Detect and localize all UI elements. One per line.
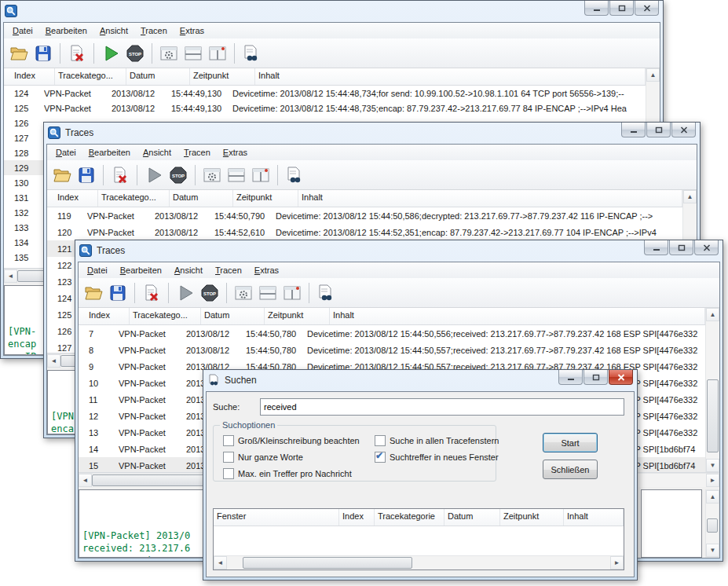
open-file-button[interactable] [83, 283, 104, 303]
minimize-button[interactable] [644, 240, 668, 255]
search-traces-button[interactable] [284, 165, 305, 185]
titlebar[interactable]: Suchen [203, 370, 637, 390]
save-button[interactable] [76, 165, 97, 185]
menu-item[interactable]: Ansicht [94, 24, 134, 37]
close-button[interactable] [609, 370, 633, 385]
start-trace-button[interactable] [144, 165, 164, 185]
column-header[interactable]: Index [47, 190, 98, 207]
menu-item[interactable]: Datei [7, 24, 38, 37]
column-header[interactable]: Tracekatego... [98, 190, 170, 207]
titlebar[interactable] [1, 1, 663, 21]
checkbox-icon [223, 435, 234, 446]
start-trace-button[interactable] [101, 43, 121, 64]
result-column-header[interactable]: Inhalt [564, 509, 624, 526]
split-horizontal-button[interactable] [183, 43, 203, 64]
search-option-checkbox[interactable]: Suche in allen Tracefenstern [375, 435, 499, 446]
search-option-checkbox[interactable]: Nur ganze Worte [223, 452, 360, 463]
restore-button[interactable] [583, 370, 608, 385]
menu-item[interactable]: Bearbeiten [115, 264, 167, 277]
menu-item[interactable]: Tracen [210, 264, 247, 277]
titlebar[interactable]: Traces [75, 240, 723, 261]
result-column-header[interactable]: Tracekategorie [375, 509, 444, 526]
column-header[interactable]: Index [4, 68, 55, 85]
search-option-checkbox[interactable]: Max. ein Treffer pro Nachricht [223, 468, 360, 479]
menu-item[interactable]: Ansicht [137, 146, 177, 159]
search-input[interactable] [260, 398, 624, 416]
restore-button[interactable] [609, 1, 634, 16]
save-button[interactable] [33, 43, 53, 64]
menu-item[interactable]: Bearbeiten [40, 24, 93, 37]
table-row[interactable]: 119 VPN-Packet 2013/08/12 15:44:50,790 D… [47, 207, 682, 224]
minimize-button[interactable] [621, 123, 646, 137]
stop-trace-button[interactable]: STOP [199, 283, 220, 303]
close-button[interactable] [694, 240, 719, 255]
column-header[interactable]: Tracekatego... [130, 308, 201, 324]
split-horizontal-button[interactable] [226, 165, 247, 185]
restore-button[interactable] [646, 123, 671, 137]
column-header[interactable]: Zeitpunkt [233, 190, 298, 207]
split-vertical-button[interactable] [282, 283, 302, 303]
minimize-button[interactable] [584, 1, 609, 16]
column-header[interactable]: Tracekatego... [55, 68, 126, 85]
trace-settings-button[interactable] [159, 43, 179, 64]
column-header[interactable]: Datum [126, 68, 190, 85]
column-header[interactable]: Inhalt [255, 68, 646, 85]
result-column-header[interactable]: Datum [444, 509, 500, 526]
open-file-button[interactable] [52, 165, 72, 185]
result-column-header[interactable]: Zeitpunkt [500, 509, 564, 526]
delete-trace-button[interactable] [141, 283, 162, 303]
stop-trace-button[interactable]: STOP [125, 43, 145, 64]
result-column-header[interactable]: Index [339, 509, 375, 526]
menu-item[interactable]: Extras [218, 146, 253, 159]
table-row[interactable]: 7 VPN-Packet 2013/08/12 15:44:50,780 Dev… [79, 325, 705, 342]
vertical-scrollbar[interactable]: ▲ ▼ [705, 489, 719, 558]
split-horizontal-button[interactable] [258, 283, 278, 303]
column-header[interactable]: Datum [201, 308, 265, 324]
menu-item[interactable]: Datei [82, 264, 113, 277]
table-row[interactable]: 124 VPN-Packet 2013/08/12 15:44:49,130 D… [4, 86, 646, 101]
search-option-checkbox[interactable]: Suchtreffer in neues Fenster [375, 452, 499, 463]
column-header[interactable]: Zeitpunkt [265, 308, 330, 324]
column-header[interactable]: Inhalt [330, 308, 705, 324]
split-vertical-button[interactable] [251, 165, 271, 185]
save-button[interactable] [108, 283, 128, 303]
stop-trace-button[interactable]: STOP [168, 165, 188, 185]
table-row[interactable]: 120 VPN-Packet 2013/08/12 15:44:52,610 D… [47, 224, 682, 240]
checkbox-label: Groß/Kleinschreibung beachten [238, 436, 360, 445]
start-trace-button[interactable] [175, 283, 196, 303]
result-column-header[interactable]: Fenster [214, 509, 339, 526]
horizontal-scrollbar[interactable]: ◄ ► [214, 555, 624, 570]
menu-item[interactable]: Tracen [135, 24, 173, 37]
search-option-checkbox[interactable]: Groß/Kleinschreibung beachten [223, 435, 360, 446]
menu-item[interactable]: Tracen [178, 146, 216, 159]
split-vertical-button[interactable] [207, 43, 228, 64]
search-traces-button[interactable] [241, 43, 262, 64]
menu-item[interactable]: Ansicht [169, 264, 208, 277]
column-header[interactable]: Index [79, 308, 130, 324]
menu-item[interactable]: Datei [50, 146, 82, 159]
restore-button[interactable] [669, 240, 693, 255]
titlebar[interactable]: Traces [44, 123, 700, 143]
delete-trace-button[interactable] [110, 165, 130, 185]
column-header[interactable]: Datum [170, 190, 233, 207]
column-header[interactable]: Zeitpunkt [190, 68, 255, 85]
table-row[interactable]: 125 VPN-Packet 2013/08/12 15:44:49,130 D… [4, 101, 646, 115]
search-traces-button[interactable] [316, 283, 336, 303]
close-dialog-button[interactable]: Schließen [543, 460, 598, 479]
vertical-scrollbar[interactable]: ▲ ▼ [705, 308, 719, 472]
close-button[interactable] [635, 1, 659, 16]
menu-item[interactable]: Extras [249, 264, 284, 277]
column-header[interactable]: Inhalt [298, 190, 682, 207]
start-button[interactable]: Start [543, 433, 598, 452]
table-row[interactable]: 8 VPN-Packet 2013/08/12 15:44:50,780 Dev… [79, 342, 705, 358]
trace-settings-button[interactable] [233, 283, 254, 303]
minimize-button[interactable] [558, 370, 583, 385]
open-file-button[interactable] [9, 43, 29, 64]
menu-item[interactable]: Extras [174, 24, 210, 37]
trace-settings-button[interactable] [202, 165, 222, 185]
close-button[interactable] [671, 123, 696, 137]
scroll-up-icon: ▲ [646, 68, 660, 82]
delete-trace-button[interactable] [67, 43, 87, 64]
menu-item[interactable]: Bearbeiten [83, 146, 136, 159]
scroll-left-icon: ◄ [47, 354, 60, 368]
